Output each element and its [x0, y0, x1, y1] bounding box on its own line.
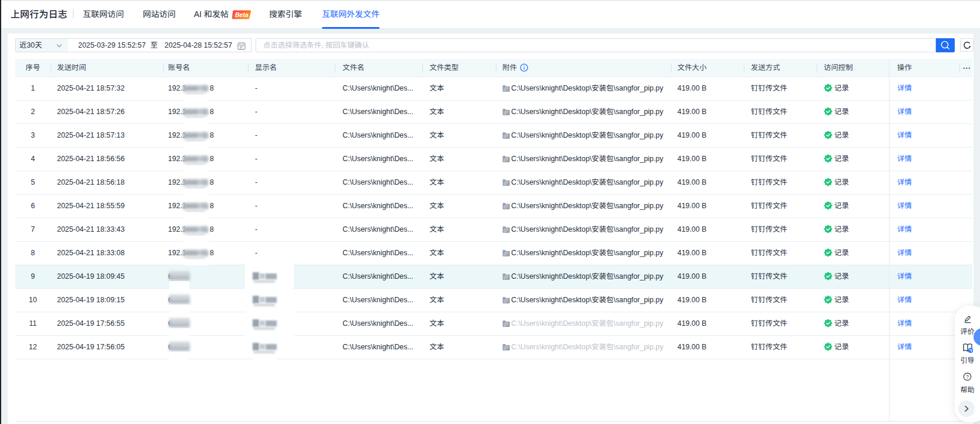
svg-text:Beta: Beta — [235, 11, 249, 18]
svg-text:?: ? — [966, 374, 969, 380]
